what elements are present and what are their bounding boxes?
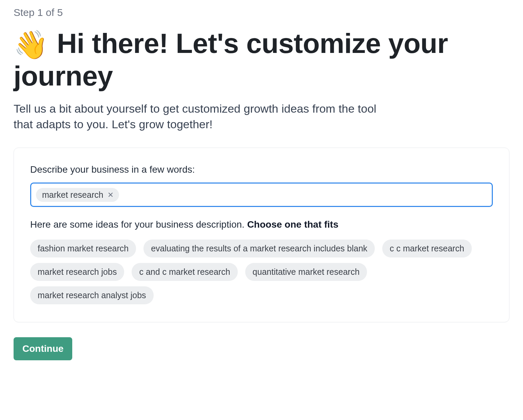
close-icon[interactable] bbox=[107, 191, 114, 198]
suggestion-pill[interactable]: c c market research bbox=[382, 240, 472, 257]
page-heading-text: Hi there! Let's customize your journey bbox=[14, 28, 448, 91]
page-heading: 👋 Hi there! Let's customize your journey bbox=[14, 28, 509, 92]
suggestion-pill[interactable]: c and c market research bbox=[132, 263, 237, 281]
suggestions-label: Here are some ideas for your business de… bbox=[30, 219, 493, 230]
input-tag-label: market research bbox=[42, 191, 103, 199]
business-description-input[interactable]: market research bbox=[30, 183, 493, 207]
business-description-label: Describe your business in a few words: bbox=[30, 164, 493, 175]
suggestion-pill[interactable]: market research jobs bbox=[30, 263, 124, 281]
suggestions-label-strong: Choose one that fits bbox=[247, 219, 338, 230]
suggestions-label-prefix: Here are some ideas for your business de… bbox=[30, 219, 247, 230]
onboarding-step-page: Step 1 of 5 👋 Hi there! Let's customize … bbox=[0, 0, 523, 374]
suggestion-pill[interactable]: quantitative market research bbox=[245, 263, 367, 281]
continue-button[interactable]: Continue bbox=[14, 337, 72, 360]
suggestion-list: fashion market researchevaluating the re… bbox=[30, 240, 493, 304]
wave-emoji: 👋 bbox=[14, 29, 48, 60]
suggestion-pill[interactable]: market research analyst jobs bbox=[30, 286, 154, 304]
suggestion-pill[interactable]: fashion market research bbox=[30, 240, 136, 257]
business-description-card: Describe your business in a few words: m… bbox=[14, 148, 509, 322]
step-indicator: Step 1 of 5 bbox=[14, 7, 509, 18]
suggestion-pill[interactable]: evaluating the results of a market resea… bbox=[143, 240, 375, 257]
input-tag: market research bbox=[36, 188, 119, 202]
page-subheading: Tell us a bit about yourself to get cust… bbox=[14, 101, 393, 132]
